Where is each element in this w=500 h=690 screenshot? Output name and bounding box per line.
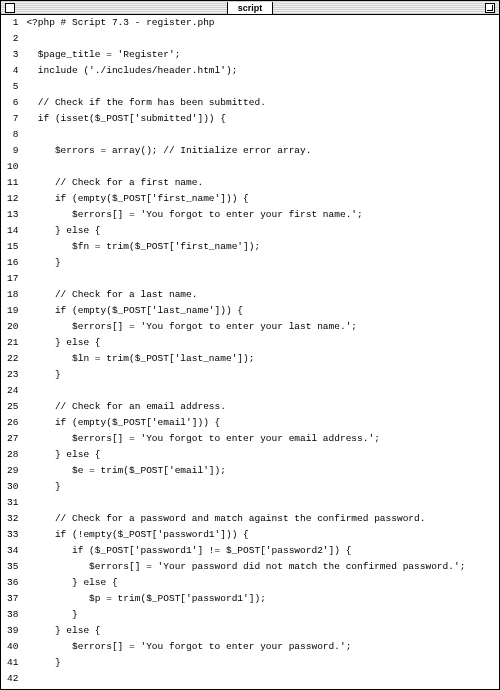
code-line: 27 $errors[] = 'You forgot to enter your… <box>1 431 499 447</box>
line-text[interactable] <box>26 31 499 47</box>
line-text[interactable]: $errors[] = 'You forgot to enter your pa… <box>26 639 499 655</box>
editor-window: script 1<?php # Script 7.3 - register.ph… <box>0 0 500 690</box>
line-text[interactable] <box>26 383 499 399</box>
line-number: 13 <box>1 207 26 223</box>
line-text[interactable]: $p = trim($_POST['password1']); <box>26 591 499 607</box>
close-icon[interactable] <box>5 3 15 13</box>
line-text[interactable]: } <box>26 255 499 271</box>
line-text[interactable] <box>26 127 499 143</box>
line-text[interactable]: // Check for an email address. <box>26 399 499 415</box>
line-number: 41 <box>1 655 26 671</box>
line-text[interactable]: if (empty($_POST['last_name'])) { <box>26 303 499 319</box>
line-number: 16 <box>1 255 26 271</box>
code-line: 35 $errors[] = 'Your password did not ma… <box>1 559 499 575</box>
code-line: 14 } else { <box>1 223 499 239</box>
code-line: 4 include ('./includes/header.html'); <box>1 63 499 79</box>
code-line: 3 $page_title = 'Register'; <box>1 47 499 63</box>
code-line: 40 $errors[] = 'You forgot to enter your… <box>1 639 499 655</box>
line-number: 1 <box>1 15 26 31</box>
code-line: 29 $e = trim($_POST['email']); <box>1 463 499 479</box>
code-line: 25 // Check for an email address. <box>1 399 499 415</box>
line-text[interactable]: } else { <box>26 447 499 463</box>
line-text[interactable] <box>26 79 499 95</box>
code-editor[interactable]: 1<?php # Script 7.3 - register.php23 $pa… <box>1 15 499 689</box>
line-number: 36 <box>1 575 26 591</box>
line-text[interactable]: $errors[] = 'Your password did not match… <box>26 559 499 575</box>
line-text[interactable] <box>26 271 499 287</box>
code-line: 15 $fn = trim($_POST['first_name']); <box>1 239 499 255</box>
line-number: 39 <box>1 623 26 639</box>
code-line: 1<?php # Script 7.3 - register.php <box>1 15 499 31</box>
code-line: 10 <box>1 159 499 175</box>
line-text[interactable]: if (empty($_POST['email'])) { <box>26 415 499 431</box>
code-line: 32 // Check for a password and match aga… <box>1 511 499 527</box>
line-text[interactable]: } else { <box>26 223 499 239</box>
line-number: 26 <box>1 415 26 431</box>
code-line: 31 <box>1 495 499 511</box>
line-number: 42 <box>1 671 26 687</box>
line-number: 21 <box>1 335 26 351</box>
line-text[interactable]: // Check for a first name. <box>26 175 499 191</box>
code-line: 28 } else { <box>1 447 499 463</box>
code-line: 26 if (empty($_POST['email'])) { <box>1 415 499 431</box>
line-number: 22 <box>1 351 26 367</box>
line-text[interactable]: } <box>26 607 499 623</box>
line-number: 15 <box>1 239 26 255</box>
line-text[interactable]: $errors = array(); // Initialize error a… <box>26 143 499 159</box>
code-line: 16 } <box>1 255 499 271</box>
line-text[interactable]: $errors[] = 'You forgot to enter your la… <box>26 319 499 335</box>
line-number: 7 <box>1 111 26 127</box>
line-text[interactable]: } else { <box>26 575 499 591</box>
line-text[interactable]: if (!empty($_POST['password1'])) { <box>26 527 499 543</box>
line-number: 29 <box>1 463 26 479</box>
zoom-icon[interactable] <box>485 3 495 13</box>
line-text[interactable]: if (isset($_POST['submitted'])) { <box>26 111 499 127</box>
line-number: 31 <box>1 495 26 511</box>
line-text[interactable]: } <box>26 479 499 495</box>
line-text[interactable]: // Check if the form has been submitted. <box>26 95 499 111</box>
line-text[interactable]: <?php # Script 7.3 - register.php <box>26 15 499 31</box>
line-number: 25 <box>1 399 26 415</box>
line-number: 19 <box>1 303 26 319</box>
code-line: 23 } <box>1 367 499 383</box>
line-text[interactable]: $errors[] = 'You forgot to enter your fi… <box>26 207 499 223</box>
line-text[interactable]: // Check for a password and match agains… <box>26 511 499 527</box>
line-text[interactable] <box>26 159 499 175</box>
line-number: 9 <box>1 143 26 159</box>
line-number: 18 <box>1 287 26 303</box>
line-text[interactable]: // Check for a last name. <box>26 287 499 303</box>
line-number: 23 <box>1 367 26 383</box>
code-line: 5 <box>1 79 499 95</box>
code-table: 1<?php # Script 7.3 - register.php23 $pa… <box>1 15 499 687</box>
code-line: 39 } else { <box>1 623 499 639</box>
line-text[interactable]: $e = trim($_POST['email']); <box>26 463 499 479</box>
line-number: 35 <box>1 559 26 575</box>
line-text[interactable]: $fn = trim($_POST['first_name']); <box>26 239 499 255</box>
code-line: 12 if (empty($_POST['first_name'])) { <box>1 191 499 207</box>
line-text[interactable]: $errors[] = 'You forgot to enter your em… <box>26 431 499 447</box>
code-line: 13 $errors[] = 'You forgot to enter your… <box>1 207 499 223</box>
line-text[interactable]: } <box>26 367 499 383</box>
code-line: 7 if (isset($_POST['submitted'])) { <box>1 111 499 127</box>
line-number: 30 <box>1 479 26 495</box>
line-text[interactable]: include ('./includes/header.html'); <box>26 63 499 79</box>
line-text[interactable]: } <box>26 655 499 671</box>
code-line: 2 <box>1 31 499 47</box>
line-number: 37 <box>1 591 26 607</box>
line-text[interactable]: $ln = trim($_POST['last_name']); <box>26 351 499 367</box>
code-line: 42 <box>1 671 499 687</box>
line-number: 12 <box>1 191 26 207</box>
line-text[interactable] <box>26 495 499 511</box>
line-text[interactable]: $page_title = 'Register'; <box>26 47 499 63</box>
code-line: 33 if (!empty($_POST['password1'])) { <box>1 527 499 543</box>
line-text[interactable]: if (empty($_POST['first_name'])) { <box>26 191 499 207</box>
code-line: 19 if (empty($_POST['last_name'])) { <box>1 303 499 319</box>
line-number: 28 <box>1 447 26 463</box>
code-line: 6 // Check if the form has been submitte… <box>1 95 499 111</box>
code-line: 20 $errors[] = 'You forgot to enter your… <box>1 319 499 335</box>
line-number: 3 <box>1 47 26 63</box>
line-text[interactable] <box>26 671 499 687</box>
line-text[interactable]: } else { <box>26 335 499 351</box>
line-text[interactable]: } else { <box>26 623 499 639</box>
line-text[interactable]: if ($_POST['password1'] != $_POST['passw… <box>26 543 499 559</box>
